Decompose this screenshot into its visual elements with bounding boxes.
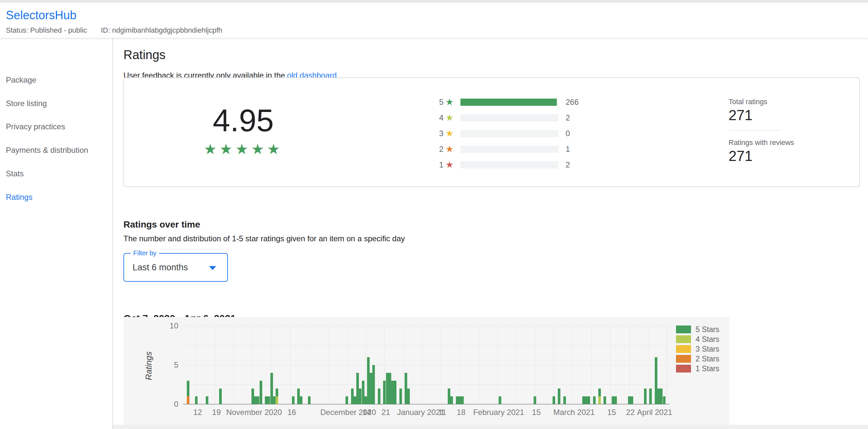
app-header: SelectorsHub Status: Published - public … xyxy=(0,3,868,38)
rating-bar-5-star xyxy=(251,389,254,404)
y-gridline xyxy=(183,385,670,385)
rating-bar-track xyxy=(461,161,558,168)
star-level-label: 4 xyxy=(434,113,443,122)
distribution-row-3-star: 3★0 xyxy=(434,126,588,141)
status-label: Status: Published - public xyxy=(6,26,87,35)
rating-bar-4-star xyxy=(598,396,601,404)
x-tick-label: January 2021 xyxy=(397,408,444,417)
chrome-webstore-dev-dashboard: SelectorsHub Status: Published - public … xyxy=(0,0,868,429)
star-level-label: 5 xyxy=(434,98,443,107)
rating-bar-5-star xyxy=(378,389,380,404)
rating-bar-5-star xyxy=(276,389,278,396)
x-gridline xyxy=(328,326,329,404)
x-gridline xyxy=(629,326,630,404)
rating-bar-5-star xyxy=(359,389,362,404)
rating-bar-5-star xyxy=(273,396,276,404)
rating-bar-5-star xyxy=(187,381,189,396)
rating-bar-5-star xyxy=(456,396,459,404)
rating-bar-5-star xyxy=(394,381,397,404)
rating-bar-fill xyxy=(461,99,557,106)
total-ratings-value: 271 xyxy=(728,108,813,123)
x-tick-label: 21 xyxy=(381,408,390,417)
legend-label: 4 Stars xyxy=(695,335,719,344)
extension-title: SelectorsHub xyxy=(6,8,76,22)
x-gridline xyxy=(422,326,423,404)
rating-bar-track xyxy=(461,114,558,121)
y-tick-label: 10 xyxy=(159,322,178,330)
rating-bar-5-star xyxy=(663,396,665,404)
rating-bar-5-star xyxy=(370,373,372,404)
rating-bar-5-star xyxy=(265,396,268,404)
legend-label: 3 Stars xyxy=(695,345,719,354)
distribution-row-4-star: 4★2 xyxy=(434,110,588,126)
legend-label: 2 Stars xyxy=(695,355,719,363)
x-gridline xyxy=(347,326,347,404)
legend-item-1-stars: 1 Stars xyxy=(676,364,719,373)
rating-bar-5-star xyxy=(257,396,259,404)
rating-bar-5-star xyxy=(356,373,359,404)
rating-bar-5-star xyxy=(461,396,464,404)
sidebar-item-payments-distribution[interactable]: Payments & distribution xyxy=(6,146,88,155)
x-gridline xyxy=(196,326,196,404)
x-tick-label: March 2021 xyxy=(553,408,595,417)
ratings-over-time-subtitle: The number and distribution of 1-5 star … xyxy=(123,234,405,244)
filter-selected-value: Last 6 months xyxy=(132,254,188,281)
sidebar-item-ratings[interactable]: Ratings xyxy=(6,193,32,202)
average-rating-block: 4.95 ★★★★★ xyxy=(199,103,287,157)
page-title: Ratings xyxy=(123,47,165,62)
rating-bar-5-star xyxy=(649,389,652,404)
sidebar-item-store-listing[interactable]: Store listing xyxy=(6,99,47,108)
dropdown-caret-icon[interactable] xyxy=(209,266,216,270)
x-gridline xyxy=(610,326,611,404)
sidebar-item-package[interactable]: Package xyxy=(6,75,36,85)
rating-bar-5-star xyxy=(459,396,461,404)
star-icon: ★ xyxy=(445,129,457,138)
rating-bar-5-star xyxy=(593,396,596,404)
legend-item-3-stars: 3 Stars xyxy=(676,344,719,354)
x-tick-label: February 2021 xyxy=(473,408,524,417)
x-gridline xyxy=(573,326,573,404)
rating-bar-5-star xyxy=(499,396,501,404)
legend-swatch-icon xyxy=(676,345,691,353)
rating-count: 0 xyxy=(566,129,570,138)
rating-bar-5-star xyxy=(448,389,450,404)
rating-bar-5-star xyxy=(585,396,588,404)
y-gridline xyxy=(183,326,670,326)
rating-bar-5-star xyxy=(259,381,262,404)
legend-item-2-stars: 2 Stars xyxy=(676,354,719,364)
rating-bar-5-star xyxy=(367,357,370,404)
x-tick-label: 12 xyxy=(193,408,202,417)
x-gridline xyxy=(516,326,517,404)
x-tick-label: 18 xyxy=(457,408,466,417)
rating-count: 1 xyxy=(566,145,570,154)
x-gridline xyxy=(234,326,234,404)
legend-label: 1 Stars xyxy=(695,364,719,373)
x-tick-label: 22 xyxy=(626,408,635,417)
rating-bar-5-star xyxy=(195,396,197,404)
x-gridline xyxy=(535,326,535,404)
rating-count: 2 xyxy=(566,160,570,170)
rating-count: 266 xyxy=(566,98,579,107)
rating-bar-5-star xyxy=(270,373,273,404)
x-tick-label: April 2021 xyxy=(637,408,672,417)
y-axis-title: Ratings xyxy=(144,333,154,399)
distribution-row-2-star: 2★1 xyxy=(434,141,588,157)
sidebar-nav: PackageStore listingPrivacy practicesPay… xyxy=(0,38,113,429)
rating-bar-5-star xyxy=(655,357,657,404)
sidebar-item-stats[interactable]: Stats xyxy=(6,169,24,178)
rating-bar-5-star xyxy=(660,389,662,404)
legend-swatch-icon xyxy=(676,335,691,343)
x-tick-label: 14 xyxy=(363,408,371,417)
sidebar-item-privacy-practices[interactable]: Privacy practices xyxy=(6,122,65,131)
x-tick-label: 11 xyxy=(438,408,446,417)
rating-bar-5-star xyxy=(407,389,410,404)
rating-bar-5-star xyxy=(563,396,566,404)
x-tick-label: November 2020 xyxy=(226,408,282,417)
rating-bar-track xyxy=(461,99,558,106)
average-rating-stars-icon: ★★★★★ xyxy=(199,141,287,157)
y-gridline xyxy=(183,345,670,346)
filter-by-dropdown[interactable]: Filter by Last 6 months xyxy=(123,253,228,282)
rating-bar-5-star xyxy=(219,389,222,404)
rating-bar-5-star xyxy=(365,396,367,404)
ratings-with-reviews-value: 271 xyxy=(728,148,813,164)
